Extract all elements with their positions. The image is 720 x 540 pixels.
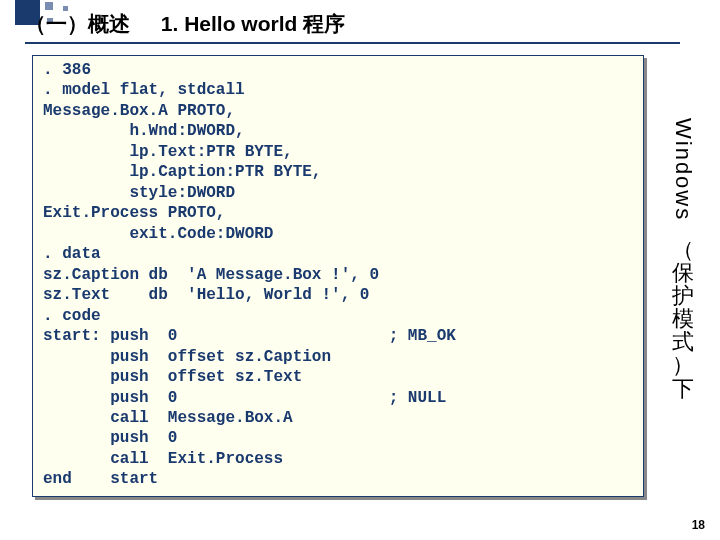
side-label-english: Windows [671, 110, 695, 230]
side-vertical-label: Windows （保护模式）下 [664, 110, 702, 400]
title-underline [25, 42, 680, 44]
page-number: 18 [692, 518, 705, 532]
code-block: . 386 . model flat, stdcall Message.Box.… [32, 55, 644, 497]
title-heading: 1. Hello world 程序 [161, 10, 345, 38]
side-label-cjk: （保护模式）下 [664, 238, 702, 400]
title-section: （一）概述 [25, 10, 130, 38]
slide-title: （一）概述 1. Hello world 程序 [25, 10, 345, 38]
square-icon [45, 2, 53, 10]
